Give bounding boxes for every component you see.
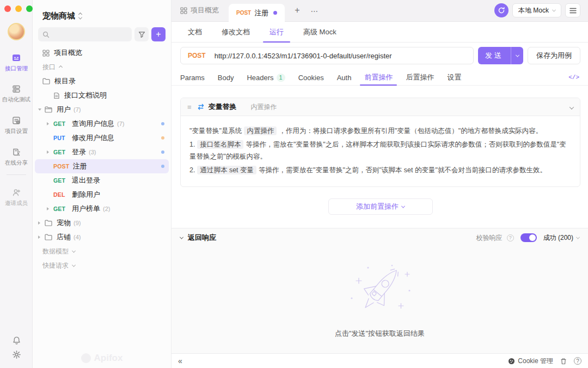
tab-docs[interactable]: 文档 (188, 22, 202, 43)
tab-edit-docs[interactable]: 修改文档 (222, 22, 250, 43)
caret-right-icon[interactable] (38, 221, 45, 225)
tab-body[interactable]: Body (218, 70, 234, 86)
request-url[interactable]: http://127.0.0.1:4523/m1/1736901-0-defau… (215, 52, 392, 60)
drag-handle-icon[interactable]: ≡ (187, 103, 192, 111)
folder-shops[interactable]: 店铺 (4) (33, 230, 171, 244)
rail-item-api-management[interactable]: 接口管理 (0, 52, 33, 73)
panel-header[interactable]: ≡ 变量替换 内置操作 (181, 98, 580, 116)
unsynced-dot (161, 150, 164, 154)
section-label: 数据模型 (42, 247, 69, 256)
tab-label: 后置操作 (406, 73, 434, 82)
api-item-post-register[interactable]: POST 注册 (35, 159, 169, 173)
minimize-window-button[interactable] (15, 5, 22, 12)
section-data-models[interactable]: 数据模型 (33, 244, 171, 258)
send-button[interactable]: 发送 (478, 51, 511, 61)
app-settings-button[interactable] (0, 350, 33, 359)
api-count: (3) (89, 149, 96, 155)
rail-item-invite-member[interactable]: 邀请成员 (0, 187, 33, 207)
response-status-select[interactable]: 成功 (200) (543, 233, 579, 243)
inline-tag: 通过脚本 set 变量 (197, 166, 256, 174)
collapse-sidebar-button[interactable]: « (178, 357, 182, 365)
rocket-fox-illustration (342, 260, 418, 320)
window-controls (4, 5, 33, 12)
main-area: 项目概览 POST 注册 + ⋯ 本地 Mock (171, 0, 588, 368)
add-api-button[interactable]: + (151, 27, 166, 41)
caret-down-icon[interactable] (38, 108, 45, 111)
validate-response-toggle[interactable] (520, 233, 537, 242)
status-bar: « Cookie 管理 ? (171, 353, 588, 368)
help-button[interactable]: ? (574, 357, 581, 365)
api-item-get-login[interactable]: GET 登录 (3) (33, 145, 171, 159)
new-tab-button[interactable]: + (295, 5, 299, 15)
caret-right-icon[interactable] (47, 207, 53, 210)
caret-right-icon[interactable] (38, 236, 45, 239)
tab-project-overview[interactable]: 项目概览 (171, 0, 229, 21)
help-circle-icon[interactable]: ? (507, 234, 514, 242)
tab-label: 注册 (254, 8, 268, 18)
inline-tag: 接口签名脚本 (197, 140, 243, 149)
tab-settings[interactable]: 设置 (447, 70, 461, 86)
avatar[interactable] (8, 23, 25, 40)
section-api[interactable]: 接口 (33, 60, 171, 74)
filter-button[interactable] (134, 27, 149, 41)
rail-item-project-settings[interactable]: 项目设置 (0, 115, 33, 135)
collapse-panel-button[interactable] (570, 103, 573, 111)
api-label: 登录 (72, 147, 86, 157)
folder-icon (42, 78, 50, 85)
cookie-icon (508, 358, 515, 365)
api-item-get-ranking[interactable]: GET 用户榜单 (2) (33, 202, 171, 216)
sidebar-item-project-overview[interactable]: 项目概览 (33, 46, 171, 60)
api-item-put-userinfo[interactable]: PUT 修改用户信息 (33, 131, 171, 145)
tab-label: 设置 (447, 73, 461, 82)
tab-label: Body (218, 74, 234, 82)
section-quick-request[interactable]: 快捷请求 (33, 258, 171, 273)
rail-item-auto-test[interactable]: 自动化测试 (0, 83, 33, 104)
doc-api-readme[interactable]: 接口文档说明 (33, 88, 171, 102)
rail-item-online-share[interactable]: 在线分享 (0, 147, 33, 167)
send-button-group: 发送 (478, 47, 523, 64)
url-input[interactable]: POST http://127.0.0.1:4523/m1/1736901-0-… (180, 47, 474, 64)
tab-pre-operations[interactable]: 前置操作 (364, 70, 393, 86)
zoom-window-button[interactable] (26, 5, 33, 12)
collapse-response-icon[interactable] (180, 235, 183, 239)
empty-state-text: 点击"发送"按钮获取返回结果 (335, 329, 425, 339)
notifications-button[interactable] (0, 336, 33, 345)
save-as-case-button[interactable]: 保存为用例 (528, 47, 580, 64)
search-input[interactable] (38, 27, 132, 41)
folder-root[interactable]: 根目录 (33, 74, 171, 88)
folder-users[interactable]: 用户 (7) (33, 102, 171, 117)
request-method[interactable]: POST (188, 52, 206, 59)
tab-label: Cookies (298, 74, 324, 82)
folder-label: 根目录 (54, 76, 76, 86)
code-view-toggle[interactable]: </> (568, 74, 579, 81)
add-pre-operation-button[interactable]: 添加前置操作 (328, 198, 433, 215)
trash-icon[interactable] (560, 358, 567, 365)
tab-auth[interactable]: Auth (337, 70, 352, 86)
api-item-del-user[interactable]: DEL 删除用户 (33, 188, 171, 202)
tab-post-operations[interactable]: 后置操作 (406, 70, 434, 86)
project-switcher[interactable]: 宠物商城 (33, 0, 171, 23)
tab-more-button[interactable]: ⋯ (311, 7, 319, 15)
close-window-button[interactable] (4, 5, 11, 12)
send-options-button[interactable] (511, 55, 523, 57)
tab-run[interactable]: 运行 (270, 22, 284, 43)
panel-description: "变量替换"是系统内置操作，作用为：将接口请求参数里所有引用"变量（包括动态值）… (181, 116, 580, 186)
sync-button[interactable] (494, 3, 509, 17)
folder-pets[interactable]: 宠物 (9) (33, 216, 171, 230)
rail-item-label: 邀请成员 (5, 200, 28, 207)
hamburger-icon (569, 8, 577, 14)
environment-select[interactable]: 本地 Mock (512, 3, 561, 17)
tab-advanced-mock[interactable]: 高级 Mock (303, 22, 336, 43)
layout-menu-button[interactable] (565, 3, 580, 17)
api-item-get-userinfo[interactable]: GET 查询用户信息 (7) (33, 117, 171, 131)
request-tab-bar: Params Body Headers1 Cookies Auth 前置操作 后… (171, 70, 588, 86)
add-button-label: 添加前置操作 (356, 202, 399, 212)
tab-cookies[interactable]: Cookies (298, 70, 324, 86)
tab-post-register[interactable]: POST 注册 (229, 4, 285, 22)
caret-right-icon[interactable] (47, 150, 53, 154)
api-item-get-logout[interactable]: GET 退出登录 (33, 173, 171, 188)
caret-right-icon[interactable] (47, 122, 53, 125)
tab-headers[interactable]: Headers1 (247, 70, 285, 86)
tab-params[interactable]: Params (180, 70, 205, 86)
cookie-manager-button[interactable]: Cookie 管理 (508, 357, 553, 366)
